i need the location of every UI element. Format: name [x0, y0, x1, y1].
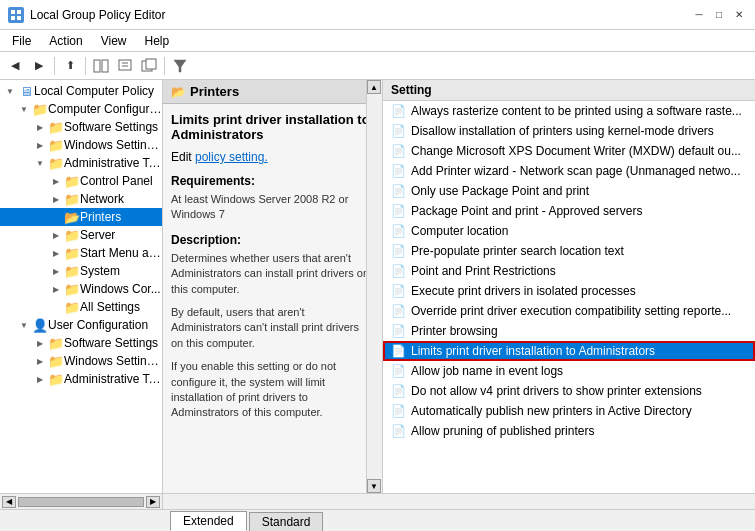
tree-label-printers: Printers [80, 210, 121, 224]
new-window-button[interactable] [138, 55, 160, 77]
setting-icon: 📄 [391, 224, 407, 238]
tree-item-user-admin[interactable]: ▶ 📁 Administrative Te... [0, 370, 162, 388]
tab-standard[interactable]: Standard [249, 512, 324, 531]
list-item-always-rasterize[interactable]: 📄 Always rasterize content to be printed… [383, 101, 755, 121]
tree-item-windows-comp[interactable]: ▶ 📁 Windows Cor... [0, 280, 162, 298]
tree-item-network[interactable]: ▶ 📁 Network [0, 190, 162, 208]
item-label: Allow pruning of published printers [411, 424, 594, 438]
edit-prefix: Edit [171, 150, 195, 164]
menu-help[interactable]: Help [137, 32, 178, 50]
list-item-printer-browsing[interactable]: 📄 Printer browsing [383, 321, 755, 341]
list-item-execute-isolated[interactable]: 📄 Execute print drivers in isolated proc… [383, 281, 755, 301]
maximize-button[interactable]: □ [711, 7, 727, 23]
edit-section: Edit policy setting. [171, 150, 374, 164]
v-scrollbar: ▲ ▼ [366, 80, 382, 493]
svg-rect-1 [17, 10, 21, 14]
expand-icon: ▶ [32, 375, 48, 384]
scroll-right-btn[interactable]: ▶ [146, 496, 160, 508]
panels-row: ▼ 🖥 Local Computer Policy ▼ 📁 Computer C… [0, 80, 755, 493]
toolbar-sep-1 [54, 57, 55, 75]
menu-file[interactable]: File [4, 32, 39, 50]
properties-button[interactable] [114, 55, 136, 77]
list-item-add-printer[interactable]: 📄 Add Printer wizard - Network scan page… [383, 161, 755, 181]
tree-item-control-panel[interactable]: ▶ 📁 Control Panel [0, 172, 162, 190]
folder-icon: 📁 [48, 120, 64, 135]
tree-item-server[interactable]: ▶ 📁 Server [0, 226, 162, 244]
tree-item-start-menu[interactable]: ▶ 📁 Start Menu an... [0, 244, 162, 262]
list-item-limits-install[interactable]: 📄 Limits print driver installation to Ad… [383, 341, 755, 361]
middle-panel: 📂 Printers Limits print driver installat… [163, 80, 383, 493]
tree-item-all-settings[interactable]: 📁 All Settings [0, 298, 162, 316]
list-item-point-print[interactable]: 📄 Point and Print Restrictions [383, 261, 755, 281]
tree-item-user-software[interactable]: ▶ 📁 Software Settings [0, 334, 162, 352]
policy-setting-link[interactable]: policy setting. [195, 150, 268, 164]
title-bar-title: Local Group Policy Editor [30, 8, 165, 22]
requirements-title: Requirements: [171, 174, 374, 188]
tree-item-admin-templates[interactable]: ▼ 📁 Administrative Te... [0, 154, 162, 172]
expand-icon: ▼ [2, 87, 18, 96]
list-item-change-mxdw[interactable]: 📄 Change Microsoft XPS Document Writer (… [383, 141, 755, 161]
item-label: Pre-populate printer search location tex… [411, 244, 624, 258]
scroll-left-btn[interactable]: ◀ [2, 496, 16, 508]
scroll-down-button[interactable]: ▼ [367, 479, 381, 493]
list-item-computer-location[interactable]: 📄 Computer location [383, 221, 755, 241]
list-item-no-v4-drivers[interactable]: 📄 Do not allow v4 print drivers to show … [383, 381, 755, 401]
bottom-area: ◀ ▶ Extended Standard [0, 493, 755, 531]
tree-label-local-policy: Local Computer Policy [34, 84, 154, 98]
setting-icon: 📄 [391, 264, 407, 278]
scroll-up-button[interactable]: ▲ [367, 80, 381, 94]
tree-item-system[interactable]: ▶ 📁 System [0, 262, 162, 280]
folder-icon: 📁 [48, 372, 64, 387]
tree-item-software-settings[interactable]: ▶ 📁 Software Settings [0, 118, 162, 136]
close-button[interactable]: ✕ [731, 7, 747, 23]
title-bar: Local Group Policy Editor ─ □ ✕ [0, 0, 755, 30]
filter-button[interactable] [169, 55, 191, 77]
svg-rect-3 [17, 16, 21, 20]
list-item-allow-job-name[interactable]: 📄 Allow job name in event logs [383, 361, 755, 381]
item-label: Always rasterize content to be printed u… [411, 104, 742, 118]
folder-icon: 📁 [48, 156, 64, 171]
list-item-override-execution[interactable]: 📄 Override print driver execution compat… [383, 301, 755, 321]
folder-icon: 📁 [64, 300, 80, 315]
svg-rect-0 [11, 10, 15, 14]
expand-icon: ▼ [16, 105, 32, 114]
svg-marker-11 [174, 60, 186, 72]
list-item-disallow-kernel[interactable]: 📄 Disallow installation of printers usin… [383, 121, 755, 141]
expand-icon: ▶ [48, 177, 64, 186]
folder-icon: 📁 [64, 228, 80, 243]
list-item-only-package[interactable]: 📄 Only use Package Point and print [383, 181, 755, 201]
list-item-package-point[interactable]: 📄 Package Point and print - Approved ser… [383, 201, 755, 221]
expand-icon: ▼ [32, 159, 48, 168]
app-icon [8, 7, 24, 23]
forward-button[interactable]: ▶ [28, 55, 50, 77]
tree-label-control-panel: Control Panel [80, 174, 153, 188]
tab-extended[interactable]: Extended [170, 511, 247, 531]
scroll-thumb[interactable] [18, 497, 144, 507]
back-button[interactable]: ◀ [4, 55, 26, 77]
menu-view[interactable]: View [93, 32, 135, 50]
tree-item-computer-config[interactable]: ▼ 📁 Computer Configura... [0, 100, 162, 118]
setting-icon: 📄 [391, 204, 407, 218]
description-text: Determines whether users that aren't Adm… [171, 251, 374, 297]
up-button[interactable]: ⬆ [59, 55, 81, 77]
list-item-auto-publish[interactable]: 📄 Automatically publish new printers in … [383, 401, 755, 421]
breadcrumb-text: Printers [190, 84, 239, 99]
tree-item-user-config[interactable]: ▼ 👤 User Configuration [0, 316, 162, 334]
tree-item-user-windows[interactable]: ▶ 📁 Windows Setting... [0, 352, 162, 370]
menu-action[interactable]: Action [41, 32, 90, 50]
setting-icon: 📄 [391, 344, 407, 358]
requirements-text: At least Windows Server 2008 R2 or Windo… [171, 192, 374, 223]
list-item-allow-pruning[interactable]: 📄 Allow pruning of published printers [383, 421, 755, 441]
item-label: Only use Package Point and print [411, 184, 589, 198]
list-item-pre-populate[interactable]: 📄 Pre-populate printer search location t… [383, 241, 755, 261]
toolbar: ◀ ▶ ⬆ [0, 52, 755, 80]
setting-icon: 📄 [391, 304, 407, 318]
middle-policy-title: Limits print driver installation to Admi… [171, 112, 374, 142]
tree-item-windows-settings[interactable]: ▶ 📁 Windows Setting... [0, 136, 162, 154]
tree-label-all-settings: All Settings [80, 300, 140, 314]
show-hide-button[interactable] [90, 55, 112, 77]
tree-item-local-policy[interactable]: ▼ 🖥 Local Computer Policy [0, 82, 162, 100]
tree-item-printers[interactable]: 📂 Printers [0, 208, 162, 226]
expand-icon: ▶ [48, 231, 64, 240]
minimize-button[interactable]: ─ [691, 7, 707, 23]
